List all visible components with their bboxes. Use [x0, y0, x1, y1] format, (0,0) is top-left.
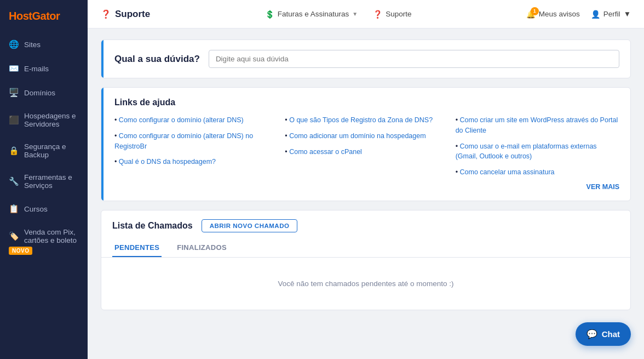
chamados-card: Lista de Chamados ABRIR NOVO CHAMADO PEN…: [101, 210, 631, 310]
sidebar-label-seguranca: Segurança e Backup: [24, 143, 79, 159]
sidebar-label-dominios: Domínios: [24, 89, 55, 97]
tabs-container: PENDENTES FINALIZADOS: [101, 232, 630, 258]
duvida-card: Qual a sua dúvida?: [101, 39, 631, 78]
chat-button[interactable]: 💬 Chat: [576, 322, 631, 346]
link-item-8[interactable]: Como cancelar uma assinatura: [456, 167, 619, 178]
header-right: 🔔 1 Meus avisos 👤 Perfil ▼: [526, 10, 631, 19]
links-section: Links de ajuda Como configurar o domínio…: [101, 88, 630, 201]
sidebar-label-sites: Sites: [24, 41, 41, 49]
perfil-label: Perfil: [603, 10, 620, 18]
domain-icon: 🖥️: [9, 88, 19, 98]
header: ❓ Suporte 💲 Faturas e Assinaturas ▼ ❓ Su…: [88, 0, 644, 29]
nav-suporte[interactable]: ❓ Suporte: [372, 8, 412, 21]
tools-icon: 🔧: [9, 176, 19, 186]
sidebar-item-seguranca[interactable]: 🔒 Segurança e Backup: [0, 135, 88, 166]
help-circle-icon: ❓: [101, 9, 111, 19]
chevron-down-icon: ▼: [352, 11, 358, 17]
link-item-5[interactable]: Como acessar o cPanel: [285, 147, 449, 157]
globe-icon: 🌐: [9, 39, 19, 49]
lock-icon: 🔒: [9, 146, 19, 156]
email-icon: ✉️: [9, 64, 19, 73]
avisos-button[interactable]: 🔔 1 Meus avisos: [526, 10, 580, 19]
sidebar-item-venda[interactable]: 🏷️ Venda com Pix, cartões e boleto NOVO: [0, 221, 88, 262]
nav-faturas[interactable]: 💲 Faturas e Assinaturas ▼: [264, 8, 359, 21]
tab-finalizados[interactable]: FINALIZADOS: [175, 239, 229, 257]
page-title-area: ❓ Suporte: [101, 9, 150, 20]
links-col-2: Como criar um site em WordPress através …: [456, 115, 619, 178]
sidebar: HostGator 🌐 Sites ✉️ E-mails 🖥️ Domínios…: [0, 0, 88, 359]
sidebar-item-hospedagens[interactable]: ⬛ Hospedagens e Servidores: [0, 105, 88, 135]
chat-label: Chat: [602, 329, 620, 339]
nav-suporte-label: Suporte: [386, 10, 411, 18]
page-title: Suporte: [115, 9, 150, 20]
links-card: Links de ajuda Como configurar o domínio…: [101, 87, 631, 201]
sidebar-label-cursos: Cursos: [24, 205, 48, 213]
server-icon: ⬛: [9, 115, 19, 125]
content-area: Qual a sua dúvida? Links de ajuda Como c…: [88, 29, 644, 359]
brand-name-part1: Host: [9, 10, 32, 22]
empty-state-message: Você não tem chamados pendentes até o mo…: [101, 258, 630, 310]
dollar-icon: 💲: [265, 10, 274, 19]
link-item-4[interactable]: Como adicionar um domínio na hospedagem: [285, 131, 449, 141]
chat-icon: 💬: [586, 329, 597, 339]
perfil-button[interactable]: 👤 Perfil ▼: [591, 10, 631, 19]
link-item-3[interactable]: O que são Tipos de Registro da Zona de D…: [285, 115, 449, 126]
brand-name-part2: Gator: [32, 10, 60, 22]
duvida-section: Qual a sua dúvida?: [101, 40, 630, 78]
duvida-input[interactable]: [209, 50, 619, 68]
main-content: ❓ Suporte 💲 Faturas e Assinaturas ▼ ❓ Su…: [88, 0, 644, 359]
link-item-0[interactable]: Como configurar o domínio (alterar DNS): [114, 115, 278, 126]
sidebar-nav: 🌐 Sites ✉️ E-mails 🖥️ Domínios ⬛ Hospeda…: [0, 32, 88, 262]
sidebar-item-ferramentas[interactable]: 🔧 Ferramentas e Serviços: [0, 166, 88, 197]
chamados-header: Lista de Chamados ABRIR NOVO CHAMADO: [101, 210, 630, 232]
links-title: Links de ajuda: [114, 98, 619, 107]
links-col-0: Como configurar o domínio (alterar DNS) …: [114, 115, 278, 178]
link-item-7[interactable]: Como usar o e-mail em plataformas extern…: [456, 141, 619, 162]
question-icon: ❓: [373, 10, 382, 19]
sidebar-label-venda: Venda com Pix, cartões e boleto: [24, 228, 79, 244]
avisos-label: Meus avisos: [539, 10, 580, 18]
sidebar-item-sites[interactable]: 🌐 Sites: [0, 32, 88, 56]
chamados-title: Lista de Chamados: [112, 221, 193, 231]
sidebar-label-ferramentas: Ferramentas e Serviços: [24, 173, 79, 190]
bell-icon: 🔔 1: [526, 10, 536, 19]
links-col-1: O que são Tipos de Registro da Zona de D…: [285, 115, 449, 178]
sidebar-item-dominios[interactable]: 🖥️ Domínios: [0, 81, 88, 105]
pix-icon: 🏷️: [9, 231, 19, 241]
user-icon: 👤: [591, 10, 600, 19]
abrir-chamado-button[interactable]: ABRIR NOVO CHAMADO: [202, 219, 298, 232]
novo-badge: NOVO: [9, 247, 32, 255]
nav-faturas-label: Faturas e Assinaturas: [278, 10, 349, 18]
sidebar-label-hospedagens: Hospedagens e Servidores: [24, 112, 79, 128]
sidebar-label-emails: E-mails: [24, 65, 49, 73]
perfil-chevron-down-icon: ▼: [624, 10, 631, 18]
courses-icon: 📋: [9, 204, 19, 214]
header-nav: 💲 Faturas e Assinaturas ▼ ❓ Suporte: [161, 8, 515, 21]
duvida-title: Qual a sua dúvida?: [114, 54, 200, 65]
brand-logo[interactable]: HostGator: [0, 0, 88, 32]
links-grid: Como configurar o domínio (alterar DNS) …: [114, 115, 619, 178]
sidebar-item-cursos[interactable]: 📋 Cursos: [0, 197, 88, 221]
ver-mais-button[interactable]: VER MAIS: [114, 183, 619, 191]
tab-pendentes[interactable]: PENDENTES: [112, 239, 162, 257]
link-item-2[interactable]: Qual é o DNS da hospedagem?: [114, 157, 278, 167]
notification-badge: 1: [531, 7, 539, 15]
link-item-1[interactable]: Como configurar o domínio (alterar DNS) …: [114, 131, 278, 152]
sidebar-item-emails[interactable]: ✉️ E-mails: [0, 56, 88, 81]
link-item-6[interactable]: Como criar um site em WordPress através …: [456, 115, 619, 136]
